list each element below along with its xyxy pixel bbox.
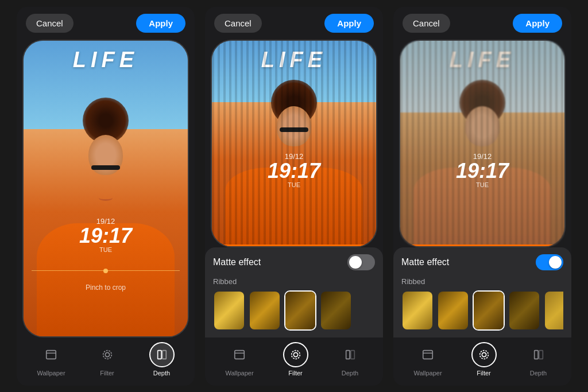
svg-rect-14 — [539, 350, 542, 359]
cancel-button-2[interactable]: Cancel — [214, 14, 262, 33]
clock-1: 19/12 19:17 TUE — [24, 217, 188, 253]
wallpaper-icon-1 — [45, 348, 57, 361]
filter-thumb-3-3[interactable] — [473, 290, 505, 331]
orange-bar-2 — [212, 244, 376, 246]
filter-thumb-3-1[interactable] — [401, 290, 434, 331]
pinch-hint: Pinch to crop — [24, 284, 188, 292]
toggle-knob-3 — [549, 256, 562, 269]
svg-point-12 — [479, 350, 488, 359]
wallpaper-icon-wrap-3 — [415, 342, 440, 367]
phone-image-2: LIFE 19/12 19:17 TUE — [212, 41, 376, 246]
svg-rect-5 — [235, 350, 245, 359]
filter-tool-1[interactable]: Filter — [95, 342, 120, 377]
wallpaper-icon-wrap-2 — [227, 342, 252, 367]
filter-label-2: Filter — [288, 370, 302, 377]
wallpaper-icon-2 — [233, 348, 246, 361]
filter-icon-wrap-1 — [95, 342, 120, 367]
panel-2: Cancel Apply — [205, 7, 383, 386]
filter-thumb-3[interactable] — [284, 290, 316, 331]
filter-tool-2[interactable]: Filter — [283, 342, 308, 377]
magazine-title-1: LIFE — [24, 48, 188, 72]
toolbar-2: Wallpaper Filter — [205, 337, 383, 386]
depth-tool-3[interactable]: Depth — [526, 342, 551, 377]
svg-point-11 — [482, 352, 486, 356]
filter-icon-wrap-3 — [471, 342, 497, 367]
wallpaper-tool-3[interactable]: Wallpaper — [413, 342, 442, 377]
wallpaper-label-2: Wallpaper — [225, 370, 253, 377]
matte-toggle-2[interactable] — [347, 254, 375, 270]
toolbar-1: Wallpaper Filter — [17, 337, 195, 386]
wallpaper-label-1: Wallpaper — [37, 370, 65, 377]
svg-rect-4 — [162, 350, 165, 359]
filter-icon-1 — [101, 348, 114, 361]
filter-thumb-2[interactable] — [249, 290, 281, 331]
clock-2: 19/12 19:17 TUE — [212, 152, 376, 188]
clock-time-3: 19:17 — [400, 161, 564, 181]
apply-button-2[interactable]: Apply — [324, 14, 374, 33]
panels-container: Cancel Apply — [0, 0, 588, 392]
depth-label-3: Depth — [530, 370, 547, 377]
clock-date-3: 19/12 — [400, 152, 564, 161]
matte-row-3: Matte effect — [401, 254, 563, 270]
wallpaper-icon-wrap-1 — [38, 342, 64, 367]
matte-overlay-3 — [400, 41, 564, 246]
panel-3: Cancel Apply — [393, 7, 571, 386]
filter-tool-3[interactable]: Filter — [471, 342, 497, 377]
panel-3-content: LIFE 19/12 19:17 TUE Matte effect Ri — [393, 40, 571, 337]
phone-preview-3: LIFE 19/12 19:17 TUE — [399, 40, 566, 247]
toolbar-icons-2: Wallpaper Filter — [211, 342, 377, 377]
ribbed-label-3: Ribbed — [401, 277, 563, 286]
panel-1-header: Cancel Apply — [17, 7, 195, 40]
wallpaper-label-3: Wallpaper — [413, 370, 442, 377]
filter-label-3: Filter — [477, 370, 490, 377]
svg-point-2 — [103, 350, 111, 359]
panel-3-header: Cancel Apply — [393, 7, 571, 40]
clock-day-2: TUE — [212, 181, 376, 188]
filter-thumb-3-5[interactable] — [544, 290, 563, 331]
matte-toggle-3[interactable] — [536, 254, 563, 270]
matte-row-2: Matte effect — [213, 254, 375, 270]
svg-point-7 — [291, 350, 300, 359]
bottom-panel-3: Matte effect Ribbed — [393, 247, 571, 337]
svg-rect-3 — [157, 350, 161, 359]
filter-thumb-3-2[interactable] — [437, 290, 469, 331]
phone-image-3: LIFE 19/12 19:17 TUE — [400, 41, 564, 246]
filter-thumbnails-2 — [213, 290, 375, 331]
depth-icon-1 — [156, 348, 168, 361]
depth-tool-1[interactable]: Depth — [149, 342, 175, 377]
svg-point-1 — [105, 352, 109, 356]
depth-tool-2[interactable]: Depth — [338, 342, 363, 377]
cancel-button-1[interactable]: Cancel — [26, 14, 74, 33]
matte-label-2: Matte effect — [213, 257, 261, 267]
filter-icon-3 — [478, 348, 490, 361]
bottom-panel-2: Matte effect Ribbed — [205, 247, 383, 337]
svg-rect-13 — [534, 350, 537, 359]
phone-preview-2: LIFE 19/12 19:17 TUE — [211, 40, 377, 247]
clock-time-2: 19:17 — [212, 161, 376, 181]
depth-icon-wrap-3 — [526, 342, 551, 367]
depth-label-2: Depth — [342, 370, 358, 377]
crop-dot — [103, 269, 108, 273]
svg-rect-8 — [346, 350, 349, 359]
depth-icon-3 — [532, 348, 545, 361]
wallpaper-tool-2[interactable]: Wallpaper — [225, 342, 253, 377]
panel-2-content: LIFE 19/12 19:17 TUE Matte effect Ri — [205, 40, 383, 337]
clock-date-1: 19/12 — [24, 217, 188, 226]
phone-image-1: LIFE 19/12 19:17 TUE Pinch to crop — [24, 41, 188, 336]
apply-button-3[interactable]: Apply — [513, 14, 562, 33]
cancel-button-3[interactable]: Cancel — [403, 14, 450, 33]
clock-day-1: TUE — [24, 246, 188, 253]
matte-label-3: Matte effect — [401, 257, 449, 267]
filter-thumb-1[interactable] — [213, 290, 245, 331]
filter-thumb-3-4[interactable] — [508, 290, 540, 331]
filter-thumb-4[interactable] — [320, 290, 352, 331]
wallpaper-tool-1[interactable]: Wallpaper — [37, 342, 65, 377]
clock-day-3: TUE — [400, 181, 564, 188]
apply-button-1[interactable]: Apply — [136, 14, 185, 33]
depth-icon-2 — [344, 348, 357, 361]
toolbar-3: Wallpaper Filter — [393, 337, 571, 386]
depth-icon-wrap-2 — [338, 342, 363, 367]
phone-preview-1: LIFE 19/12 19:17 TUE Pinch to crop — [22, 40, 189, 337]
filter-icon-2 — [289, 348, 302, 361]
clock-3: 19/12 19:17 TUE — [400, 152, 564, 188]
